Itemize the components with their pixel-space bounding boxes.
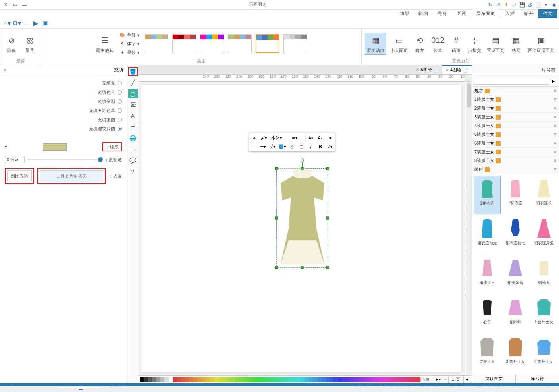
close-icon[interactable]: ✕ <box>553 106 557 110</box>
shape-item[interactable]: 裙衣连长 <box>530 176 557 214</box>
resize-handle[interactable] <box>301 266 304 269</box>
menutab-symbol[interactable]: 号符 <box>433 9 452 18</box>
radio-gradient-fill[interactable]: 充填变渐 <box>5 97 122 106</box>
library-item[interactable]: ✕3装服士女 <box>472 113 559 122</box>
search-icon[interactable]: ▸ <box>549 77 557 85</box>
connect-point-button[interactable]: ⊹点接交 <box>466 33 483 54</box>
theme-swatch-2[interactable] <box>256 34 280 53</box>
theme-swatch-3[interactable] <box>228 34 252 53</box>
export-icon[interactable]: ⬆ <box>503 1 510 8</box>
radio-mono-gradient-fill[interactable]: 充填变渐色单 <box>5 106 122 115</box>
page-config-button[interactable]: ▤置设面页 <box>485 33 506 54</box>
vertical-scrollbar[interactable] <box>466 82 472 375</box>
footer-tab-preview[interactable]: 览预件文 <box>472 374 515 383</box>
resize-handle[interactable] <box>275 167 278 170</box>
resize-handle[interactable] <box>275 217 278 220</box>
line-color-icon[interactable]: ╱▾ <box>268 143 277 151</box>
radio-texture-fill[interactable]: 充填理纹片图 <box>5 124 122 133</box>
shape-item[interactable]: 裙衣连袖七 <box>502 216 529 253</box>
menutab-file[interactable]: 件文 <box>538 9 557 18</box>
theme-effects-button[interactable]: ✦果效 ▾ <box>118 48 141 56</box>
window-minimize-icon[interactable]: — <box>21 2 29 8</box>
color-palette-strip[interactable] <box>140 377 420 382</box>
help-icon[interactable]: ? <box>128 167 138 176</box>
line-icon[interactable]: ╱ <box>128 78 138 87</box>
resize-handle[interactable] <box>326 217 329 220</box>
close-icon[interactable]: ✕ <box>553 132 557 137</box>
menutab-help[interactable]: 助帮 <box>395 9 414 18</box>
more-themes-button[interactable]: ☰题主他其 <box>94 33 115 54</box>
radio-solid-fill[interactable]: 充填色单 <box>5 88 122 97</box>
font-family-dropdown[interactable]: ═▾ <box>285 134 305 142</box>
theme-swatch-6[interactable] <box>145 34 168 53</box>
texture-preview[interactable] <box>43 143 67 151</box>
rotate-handle[interactable] <box>301 158 304 162</box>
shape-item[interactable]: 1裙衣连 <box>474 176 501 214</box>
close-icon[interactable]: ✕ <box>416 68 419 72</box>
auto-size-button[interactable]: ▦ 展扩动自 <box>365 33 386 55</box>
library-item[interactable]: ✕装时 <box>472 165 559 174</box>
share-icon[interactable]: ⇄ <box>511 1 518 8</box>
theme-colors-button[interactable]: 🎨色颜 ▾ <box>118 31 141 39</box>
shape-item[interactable]: 裙步迂古 <box>474 255 501 293</box>
hyperlink-icon[interactable]: 🌐 <box>128 133 138 143</box>
undo-icon[interactable]: ↺ <box>495 1 502 8</box>
library-item[interactable]: ✕7装服士女 <box>472 148 559 156</box>
close-icon[interactable]: ✕ <box>553 141 557 145</box>
selection-box[interactable] <box>276 168 328 268</box>
theme-fonts-button[interactable]: A体字 ▾ <box>118 40 141 48</box>
menutab-pagelayout[interactable]: 局布面页 <box>471 9 500 18</box>
shape-item[interactable]: 裙夫尔高 <box>502 255 529 293</box>
bg-button[interactable]: ▧景背 <box>22 33 38 54</box>
font-smaller-icon[interactable]: A▾ <box>306 134 315 142</box>
shape-item[interactable]: 裙衣连身鱼 <box>530 216 557 253</box>
theme-swatch-5[interactable] <box>172 34 196 53</box>
dropdown-icon[interactable]: ▾ <box>5 144 7 149</box>
radio-pattern-fill[interactable]: 充填案图 <box>5 115 122 124</box>
font-size-dropdown[interactable]: 本体▾ <box>269 134 285 142</box>
shape-item[interactable]: 心背 <box>474 295 501 332</box>
menutab-start[interactable]: 始开 <box>519 9 538 18</box>
library-item[interactable]: ✕1装服士女 <box>472 95 559 104</box>
shape-item[interactable]: 2 套外士女 <box>530 334 557 372</box>
shape-item[interactable]: 裙袖无 <box>530 255 557 293</box>
save-icon[interactable]: 💾 <box>519 1 526 8</box>
radio-no-fill[interactable]: 充填无 <box>5 79 122 88</box>
area-auto-button[interactable]: ▣图绘应适面页 <box>526 33 556 54</box>
gear-icon[interactable]: ⚙▾ <box>13 19 21 27</box>
close-icon[interactable]: ✕ <box>553 115 557 119</box>
menutab-view[interactable]: 图视 <box>452 9 471 18</box>
window-restore-icon[interactable]: ▭ <box>11 2 19 8</box>
stretch-button[interactable]: 例比应适 <box>7 170 32 182</box>
window-close-icon[interactable]: ✕ <box>2 2 10 8</box>
slideshow-icon[interactable]: ▣ <box>41 19 49 27</box>
fill-color-icon[interactable]: 🪣▾ <box>278 143 287 151</box>
bold-icon[interactable]: B <box>316 143 325 151</box>
zoom-slider[interactable] <box>59 387 99 388</box>
close-icon[interactable]: ✕ <box>553 167 557 172</box>
copy-icon[interactable]: ⎘ <box>287 143 296 151</box>
page-number-button[interactable]: #码页 <box>448 33 464 54</box>
resize-handle[interactable] <box>326 266 329 269</box>
footer-tab-lib[interactable]: 库号符 <box>515 374 559 383</box>
doc-tab-drawing4[interactable]: 📄4图绘✕ <box>442 65 472 74</box>
choose-image-button[interactable]: ...件文片图择选 <box>40 170 103 182</box>
line-style-icon[interactable]: ═▾ <box>259 143 268 151</box>
paintbrush-icon[interactable]: 🖌▾ <box>259 134 268 142</box>
shape-item[interactable]: 裙鹃蚌 <box>502 295 529 332</box>
shape-item[interactable]: 3 套外士女 <box>502 334 529 372</box>
shape-item[interactable]: 1 套外士女 <box>530 295 557 332</box>
close-icon[interactable]: ✕ <box>553 150 557 154</box>
text-icon[interactable]: A <box>128 111 138 121</box>
menutab-edit[interactable]: 辑编 <box>414 9 433 18</box>
resize-handle[interactable] <box>301 167 304 170</box>
page-size-button[interactable]: ▭小大面页 <box>389 33 409 54</box>
shape-item[interactable]: 克夹士女 <box>474 334 501 372</box>
library-item[interactable]: ✕8装服士女 <box>472 156 559 165</box>
close-icon[interactable]: ✕ <box>3 68 7 73</box>
page-prev-icon[interactable]: ◂ <box>464 377 470 382</box>
picture-icon[interactable]: 🖼 <box>128 100 138 110</box>
page-tab[interactable]: 1-页 <box>448 375 464 383</box>
shape-item[interactable]: 裙衣连袖无 <box>474 216 501 253</box>
print-icon[interactable]: 🖨 <box>526 1 534 8</box>
